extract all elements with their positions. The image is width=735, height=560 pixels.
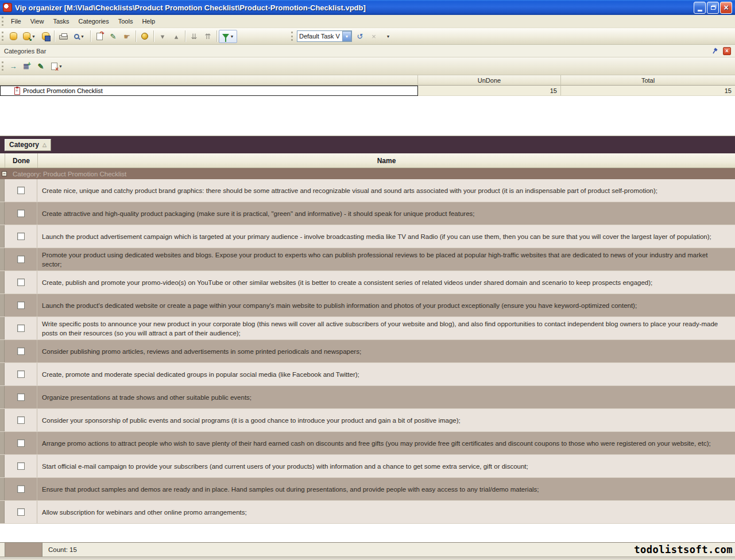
task-done-checkbox[interactable] — [17, 508, 25, 516]
toolbar-options-button[interactable]: ▼ — [381, 30, 394, 43]
task-done-checkbox[interactable] — [17, 210, 25, 217]
task-name-cell: Consider your sponsorship of public even… — [37, 409, 735, 431]
task-done-checkbox[interactable] — [17, 187, 25, 194]
edit-task-button[interactable]: ✎ — [106, 30, 120, 43]
group-field-category-button[interactable]: Category △ — [5, 139, 51, 151]
category-group-row[interactable]: − Category: Product Promotion Checklist — [0, 168, 735, 179]
done-cell — [5, 478, 37, 500]
move-top-button[interactable]: ⇈ — [201, 30, 215, 43]
task-text: Arrange promo actions to attract people … — [42, 439, 711, 448]
done-cell — [5, 363, 37, 385]
task-name-cell: Create, promote and moderate special ded… — [37, 363, 735, 385]
auto-hide-pin-button[interactable] — [711, 47, 719, 55]
task-row[interactable]: Launch the product advertisement campaig… — [0, 225, 735, 248]
task-done-checkbox[interactable] — [17, 256, 25, 263]
menu-grip — [2, 17, 5, 26]
task-text: Write specific posts to announce your ne… — [42, 319, 729, 338]
move-bottom-button[interactable]: ⇊ — [187, 30, 201, 43]
menu-view[interactable]: View — [26, 16, 49, 28]
task-row[interactable]: Create, promote and moderate special ded… — [0, 363, 735, 386]
row-indent — [0, 478, 5, 500]
row-indent — [0, 294, 5, 316]
task-row[interactable]: Create, publish and promote your promo-v… — [0, 271, 735, 294]
menu-help[interactable]: Help — [137, 16, 160, 28]
task-done-checkbox[interactable] — [17, 370, 25, 378]
close-button[interactable]: × — [720, 2, 732, 14]
task-row[interactable]: Consider publishing promo articles, revi… — [0, 340, 735, 363]
group-row-label: Category: Product Promotion Checklist — [13, 171, 126, 177]
task-row[interactable]: Create attractive and high-quality produ… — [0, 202, 735, 225]
task-row[interactable]: Arrange promo actions to attract people … — [0, 432, 735, 455]
delete-category-button[interactable]: ▼ — [48, 60, 66, 73]
task-name-cell: Ensure that product samples and demos ar… — [37, 478, 735, 500]
undone-count-cell: 15 — [418, 86, 561, 96]
task-done-checkbox[interactable] — [17, 347, 25, 355]
print-preview-icon — [74, 34, 79, 39]
task-text: Allow subscription for webinars and othe… — [42, 508, 247, 517]
done-column-header[interactable]: Done — [5, 153, 38, 168]
menu-tools[interactable]: Tools — [114, 16, 138, 28]
move-down-button[interactable]: ▾ — [156, 30, 169, 43]
category-column-header[interactable] — [0, 75, 418, 86]
close-panel-button[interactable]: × — [723, 47, 731, 55]
task-done-checkbox[interactable] — [17, 393, 25, 401]
sort-ascending-icon: △ — [42, 142, 47, 148]
apply-view-button[interactable]: ↺ — [353, 30, 367, 43]
task-row[interactable]: Organize presentations at trade shows an… — [0, 386, 735, 409]
category-tree-row[interactable]: Product Promotion Checklist 15 15 — [0, 86, 735, 96]
move-up-button[interactable]: ▴ — [169, 30, 183, 43]
complete-task-button[interactable] — [138, 30, 152, 43]
open-database-button[interactable]: ▼ — [20, 30, 38, 43]
category-tree-cell[interactable]: Product Promotion Checklist — [0, 86, 418, 96]
task-done-checkbox[interactable] — [17, 279, 25, 286]
menu-categories[interactable]: Categories — [74, 16, 114, 28]
row-indent — [0, 271, 5, 293]
task-done-checkbox[interactable] — [17, 302, 25, 309]
row-indent — [0, 501, 5, 523]
undone-column-header[interactable]: UnDone — [418, 75, 561, 86]
done-cell — [5, 501, 37, 523]
task-row[interactable]: Write specific posts to announce your ne… — [0, 317, 735, 340]
task-text: Consider publishing promo articles, revi… — [42, 347, 361, 356]
minimize-button[interactable] — [694, 2, 706, 14]
task-done-checkbox[interactable] — [17, 485, 25, 493]
menu-tasks[interactable]: Tasks — [48, 16, 74, 28]
task-row[interactable]: Promote your product using dedicated web… — [0, 248, 735, 271]
print-preview-button[interactable]: ▼ — [70, 30, 88, 43]
task-text: Create, publish and promote your promo-v… — [42, 278, 652, 287]
menu-file[interactable]: File — [6, 16, 26, 28]
task-text: Organize presentations at trade shows an… — [42, 393, 252, 402]
total-column-header[interactable]: Total — [561, 75, 735, 86]
task-done-checkbox[interactable] — [17, 233, 25, 240]
task-name-cell: Organize presentations at trade shows an… — [37, 386, 735, 408]
menu-bar: File View Tasks Categories Tools Help — [0, 15, 735, 28]
task-row[interactable]: Ensure that product samples and demos ar… — [0, 478, 735, 501]
filter-button[interactable]: ▼ — [219, 30, 237, 43]
new-subcategory-button[interactable]: ≣+ — [20, 60, 34, 73]
delete-view-button[interactable]: × — [367, 30, 381, 43]
name-column-header[interactable]: Name — [38, 153, 735, 168]
task-done-checkbox[interactable] — [17, 439, 25, 447]
task-view-combobox[interactable]: Default Task V ▼ — [297, 30, 352, 42]
task-row[interactable]: Start official e-mail campaign to provid… — [0, 455, 735, 478]
footer-group-block — [5, 543, 42, 557]
print-button[interactable] — [56, 30, 70, 43]
row-indent — [0, 340, 5, 362]
new-task-button[interactable] — [92, 30, 106, 43]
save-database-button[interactable] — [38, 30, 52, 43]
task-done-checkbox[interactable] — [17, 462, 25, 470]
assign-task-button[interactable]: ☛ — [120, 30, 134, 43]
task-row[interactable]: Launch the product's dedicated website o… — [0, 294, 735, 317]
new-category-button[interactable]: → — [6, 60, 20, 73]
task-done-checkbox[interactable] — [17, 325, 25, 332]
combobox-arrow-icon[interactable]: ▼ — [342, 31, 351, 41]
task-row[interactable]: Create nice, unique and catchy product b… — [0, 179, 735, 202]
new-database-button[interactable] — [6, 30, 20, 43]
task-done-checkbox[interactable] — [17, 416, 25, 424]
edit-category-button[interactable]: ✎ — [34, 60, 48, 73]
task-row[interactable]: Allow subscription for webinars and othe… — [0, 501, 735, 524]
restore-button[interactable] — [707, 2, 719, 14]
task-row[interactable]: Consider your sponsorship of public even… — [0, 409, 735, 432]
collapse-minus-icon[interactable]: − — [2, 171, 7, 176]
record-count: Count: 15 — [42, 546, 634, 553]
